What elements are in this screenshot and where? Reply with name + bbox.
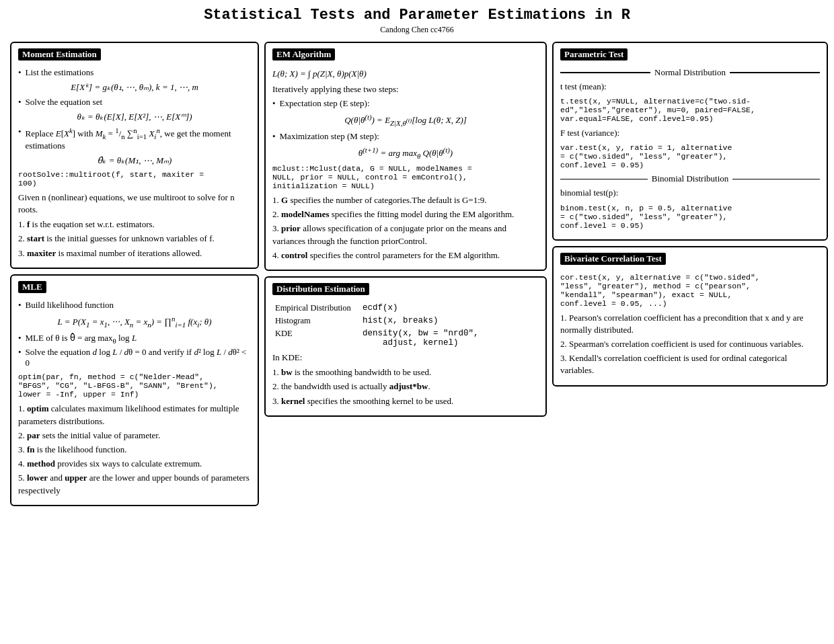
em-math-2: Q(θ|θ(t)) = EZ|X,θ(t)[log L(θ; X, Z)] xyxy=(272,113,539,127)
kde-title: In KDE: xyxy=(272,352,539,364)
distribution-estimation-title: Distribution Estimation xyxy=(272,283,369,295)
moment-code: rootSolve::multiroot(f, start, maxiter =… xyxy=(18,170,251,188)
em-bullet-2: • Maximization step (M step): xyxy=(272,131,539,142)
bullet-icon-1: • xyxy=(18,67,22,78)
bivariate-item-3: 3. Kendall's correlation coefficient is … xyxy=(560,352,820,376)
binomial-dist-label: Binomial Distribution xyxy=(652,173,728,184)
math-2: θₖ = θₖ(E[X], E[X²], ⋯, E[Xᵐ]) xyxy=(18,112,251,122)
mle-bullet-icon-3: • xyxy=(18,347,22,368)
bivariate-correlation-panel: Bivariate Correlation Test cor.test(x, y… xyxy=(552,246,828,387)
moment-item-3: 3. maxiter is maximal number of iteratio… xyxy=(18,247,251,259)
bivariate-item-2: 2. Spearman's correlation coefficient is… xyxy=(560,338,820,350)
em-algorithm-panel: EM Algorithm L(θ; X) = ∫ p(Z|X, θ)p(X|θ)… xyxy=(264,42,547,271)
mle-item-3: 3. fn is the likelihood function. xyxy=(18,444,251,456)
parametric-test-title: Parametric Test xyxy=(560,48,628,61)
mle-item-2: 2. par sets the initial value of paramet… xyxy=(18,430,251,442)
em-bullet-1: • Expectation step (E step): xyxy=(272,98,539,109)
dist-code-2: hist(x, breaks) xyxy=(360,315,539,327)
bivariate-correlation-title: Bivariate Correlation Test xyxy=(560,253,666,265)
em-bullet-icon-2: • xyxy=(272,131,276,142)
t-test-code: t.test(x, y=NULL, alternative=c("two.sid… xyxy=(560,97,820,123)
em-code: mclust::Mclust(data, G = NULL, modelName… xyxy=(272,164,539,190)
dist-label-3: KDE xyxy=(272,327,360,349)
bivariate-items: 1. Pearson's correlation coefficient has… xyxy=(560,312,820,377)
mle-bullet-3: • Solve the equation d log L / dθ = 0 an… xyxy=(18,347,251,368)
distribution-estimation-panel: Distribution Estimation Empirical Distri… xyxy=(264,276,547,417)
mle-item-4: 4. method provides six ways to calculate… xyxy=(18,458,251,470)
normal-dist-label: Normal Distribution xyxy=(654,67,726,78)
moment-items: 1. f is the euqation set w.r.t. estimato… xyxy=(18,218,251,259)
mle-item-1: 1. optim calculates maximum likelihood e… xyxy=(18,403,251,427)
em-math-1: L(θ; X) = ∫ p(Z|X, θ)p(X|θ) xyxy=(272,69,539,79)
kde-items: 1. bw is the smoothing bandwidth to be u… xyxy=(272,366,539,407)
mle-item-5: 5. lower and upper are the lower and upp… xyxy=(18,472,251,496)
divider-right xyxy=(730,72,820,73)
em-bullet-text-2: Maximization step (M step): xyxy=(280,131,379,142)
mle-bullet-icon-1: • xyxy=(18,300,22,311)
bivariate-code: cor.test(x, y, alternative = c("two.side… xyxy=(560,273,820,308)
em-item-1: 1. G specifies the number of categories.… xyxy=(272,194,539,206)
em-bullet-text-1: Expectation step (E step): xyxy=(280,98,370,109)
left-column: Moment Estimation • List the estimations… xyxy=(10,42,259,506)
mle-bullet-1: • Build likelihood function xyxy=(18,300,251,311)
bullet-item-2: • Solve the equation set xyxy=(18,97,251,108)
dist-code-3: density(x, bw = "nrd0", adjust, kernel) xyxy=(360,327,539,349)
kde-item-1: 1. bw is the smoothing bandwidth to be u… xyxy=(272,366,539,378)
dist-row-3: KDE density(x, bw = "nrd0", adjust, kern… xyxy=(272,327,539,349)
em-item-3: 3. prior allows specification of a conju… xyxy=(272,223,539,247)
em-algorithm-title: EM Algorithm xyxy=(272,48,335,61)
math-1: E[Xᵏ] = gₖ(θ₁, ⋯, θₘ), k = 1, ⋯, m xyxy=(18,82,251,93)
math-3: θ̂ₖ = θₖ(M₁, ⋯, Mₘ) xyxy=(18,155,251,166)
moment-estimation-panel: Moment Estimation • List the estimations… xyxy=(10,42,259,269)
dist-row-2: Histogram hist(x, breaks) xyxy=(272,315,539,327)
right-column: Parametric Test Normal Distribution t te… xyxy=(552,42,828,387)
em-desc-1: Iteratively applying these two steps: xyxy=(272,83,539,95)
kde-item-3: 3. kernel specifies the smoothing kernel… xyxy=(272,395,539,407)
em-items: 1. G specifies the number of categories.… xyxy=(272,194,539,261)
binom-test-label: binomial test(p): xyxy=(560,187,820,199)
bullet-icon-2: • xyxy=(18,97,22,108)
moment-estimation-title: Moment Estimation xyxy=(18,48,101,61)
dist-row-1: Empirical Distribution ecdf(x) xyxy=(272,302,539,315)
mle-bullet-text-1: Build likelihood function xyxy=(26,300,114,311)
mle-bullet-text-3: Solve the equation d log L / dθ = 0 and … xyxy=(26,347,251,368)
bullet-item-3: • Replace E[Xk] with Mk = 1/n ∑ni=1 Xin,… xyxy=(18,126,251,151)
f-test-label: F test (variance): xyxy=(560,127,820,139)
mle-bullet-icon-2: • xyxy=(18,333,22,345)
f-test-code: var.test(x, y, ratio = 1, alternative = … xyxy=(560,143,820,169)
mle-items: 1. optim calculates maximum likelihood e… xyxy=(18,403,251,496)
em-math-3: θ(t+1) = arg maxθ Q(θ|θ(t)) xyxy=(272,146,539,160)
bivariate-item-1: 1. Pearson's correlation coefficient has… xyxy=(560,312,820,336)
page-title: Statistical Tests and Parameter Estimati… xyxy=(10,7,824,24)
moment-item-1: 1. f is the euqation set w.r.t. estimato… xyxy=(18,218,251,231)
bullet-icon-3: • xyxy=(18,126,22,151)
distribution-table: Empirical Distribution ecdf(x) Histogram… xyxy=(272,302,539,349)
binom-test-code: binom.test(x, n, p = 0.5, alternative = … xyxy=(560,204,820,230)
mle-bullet-text-2: MLE of θ is θ̂ = arg maxθ log L xyxy=(26,333,137,345)
kde-item-2: 2. the bandwidth used is actually adjust… xyxy=(272,380,539,393)
bullet-item-1: • List the estimations xyxy=(18,67,251,78)
bullet-text-2: Solve the equation set xyxy=(26,97,102,108)
middle-column: EM Algorithm L(θ; X) = ∫ p(Z|X, θ)p(X|θ)… xyxy=(264,42,547,417)
em-bullet-icon-1: • xyxy=(272,98,276,109)
moment-desc: Given n (nonlinear) equations, we use mu… xyxy=(18,192,251,216)
em-item-2: 2. modelNames specifies the fitting mode… xyxy=(272,208,539,220)
dist-label-1: Empirical Distribution xyxy=(272,302,360,315)
divider-left-2 xyxy=(560,179,648,180)
mle-math-1: L = P(X1 = x1, ⋅⋅⋅, Xn = xn) = ∏ni=1 f(x… xyxy=(18,315,251,329)
dist-label-2: Histogram xyxy=(272,315,360,327)
mle-bullet-2: • MLE of θ is θ̂ = arg maxθ log L xyxy=(18,333,251,345)
parametric-test-panel: Parametric Test Normal Distribution t te… xyxy=(552,42,828,241)
moment-item-2: 2. start is the initial guesses for unkn… xyxy=(18,233,251,245)
t-test-label: t test (mean): xyxy=(560,81,820,93)
divider-left xyxy=(560,72,650,73)
page-subtitle: Candong Chen cc4766 xyxy=(10,25,824,35)
mle-title: MLE xyxy=(18,281,46,293)
normal-dist-header: Normal Distribution xyxy=(560,67,820,78)
mle-panel: MLE • Build likelihood function L = P(X1… xyxy=(10,274,259,506)
mle-code: optim(par, fn, method = c("Nelder-Mead",… xyxy=(18,372,251,399)
bullet-text-3: Replace E[Xk] with Mk = 1/n ∑ni=1 Xin, w… xyxy=(26,126,251,151)
divider-right-2 xyxy=(732,179,820,180)
em-item-4: 4. control specifies the control paramet… xyxy=(272,249,539,261)
main-grid: Moment Estimation • List the estimations… xyxy=(10,42,824,506)
